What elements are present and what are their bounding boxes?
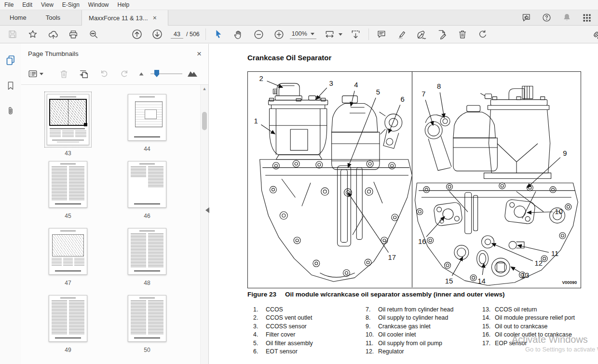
- thumbnail-page-50[interactable]: 50: [108, 293, 187, 360]
- figure-caption-label: Figure 23: [247, 291, 276, 298]
- bookmarks-rail-button[interactable]: [5, 81, 16, 93]
- tab-home[interactable]: Home: [0, 10, 36, 25]
- thumbnail-list: 4344454647484950: [21, 85, 200, 364]
- collapse-panel-handle[interactable]: [205, 207, 209, 213]
- thumbnail-page-43[interactable]: 43: [28, 92, 108, 159]
- page-edit-icon: [436, 29, 448, 40]
- acrobat-window: FileEditViewE-SignWindowHelp Home Tools …: [0, 0, 598, 364]
- rotate-right-button[interactable]: [118, 67, 131, 81]
- fill-sign-button[interactable]: [435, 27, 449, 41]
- menu-edit[interactable]: Edit: [18, 1, 37, 8]
- left-view-bolts: [270, 161, 398, 276]
- menu-file[interactable]: File: [0, 1, 18, 8]
- callout-line-14: [482, 263, 484, 275]
- zoom-level-value: 100%: [292, 30, 307, 37]
- legend-item: 6.EOT sensor: [253, 348, 366, 356]
- fit-width-button[interactable]: [323, 27, 337, 41]
- callout-number-16: 16: [418, 238, 426, 245]
- menu-help[interactable]: Help: [113, 1, 134, 8]
- delete-thumbnail-button[interactable]: [57, 67, 70, 81]
- help-icon: [542, 13, 552, 23]
- insert-page-button[interactable]: [77, 67, 91, 81]
- minus-circle-icon: [253, 29, 264, 40]
- apps-grid-icon: [582, 13, 592, 23]
- trash-icon: [59, 69, 69, 79]
- tab-tools[interactable]: Tools: [36, 10, 70, 25]
- callout-line-12: [491, 243, 532, 261]
- thumbnail-page-44[interactable]: 44: [108, 92, 187, 159]
- slider-thumb[interactable]: [154, 70, 159, 77]
- page-number-input[interactable]: [171, 30, 183, 39]
- page-thumbnails-rail-button[interactable]: [5, 54, 16, 68]
- zoom-level-dropdown[interactable]: 100%: [290, 29, 316, 39]
- print-button[interactable]: [67, 27, 80, 41]
- share-cloud-button[interactable]: [46, 27, 60, 41]
- thumbnail-preview[interactable]: [49, 295, 87, 342]
- help-button[interactable]: [541, 13, 552, 23]
- thumbnails-scrollbar[interactable]: ▲: [200, 85, 208, 364]
- save-button[interactable]: [6, 27, 19, 41]
- callout-number-9: 9: [563, 149, 567, 157]
- zoom-in-mountain-icon: [187, 69, 198, 78]
- thumbnail-preview[interactable]: [49, 161, 87, 208]
- callout-line-5: [348, 98, 376, 168]
- thumbnail-page-49[interactable]: 49: [28, 293, 108, 360]
- tab-document[interactable]: MaxxForce 11 & 13... ×: [82, 10, 168, 26]
- print-icon: [68, 29, 79, 40]
- scrollbar-thumb[interactable]: [202, 112, 207, 130]
- next-page-button[interactable]: [150, 27, 164, 41]
- thumbnail-page-47[interactable]: 47: [28, 226, 108, 293]
- close-tab-icon[interactable]: ×: [153, 14, 157, 21]
- select-tool-button[interactable]: [212, 27, 225, 41]
- rotate-button[interactable]: [476, 27, 489, 41]
- callout-line-10: [527, 212, 553, 213]
- thumbnail-preview[interactable]: [128, 295, 166, 342]
- thumbnail-page-48[interactable]: 48: [108, 226, 187, 293]
- page-total-label: / 506: [186, 31, 200, 38]
- tab-bar: Home Tools MaxxForce 11 & 13... ×: [0, 10, 598, 26]
- apps-menu-button[interactable]: [582, 13, 592, 23]
- legend-item: 1.CCOS: [253, 306, 366, 314]
- chevron-down-icon[interactable]: [339, 33, 342, 36]
- thumbnail-page-46[interactable]: 46: [108, 159, 187, 226]
- close-panel-icon[interactable]: ×: [197, 50, 202, 58]
- cloud-upload-icon: [48, 29, 59, 40]
- thumbnail-size-slider[interactable]: [150, 73, 182, 74]
- sign-button[interactable]: [415, 27, 429, 41]
- thumbnail-preview[interactable]: [128, 94, 166, 141]
- menu-window[interactable]: Window: [84, 1, 113, 8]
- share-link-button[interactable]: [589, 27, 598, 41]
- page-scrolling-button[interactable]: [349, 27, 363, 41]
- menu-view[interactable]: View: [37, 1, 58, 8]
- thumbnail-options-button[interactable]: [27, 67, 43, 81]
- scroll-up-icon[interactable]: ▲: [202, 87, 207, 91]
- thumbnail-preview[interactable]: [49, 228, 87, 275]
- highlight-button[interactable]: [395, 27, 408, 41]
- notifications-button[interactable]: [561, 13, 572, 23]
- search-button[interactable]: [87, 27, 100, 41]
- thumbnails-panel: Page Thumbnails ×: [21, 44, 209, 364]
- panel-title: Page Thumbnails: [28, 50, 79, 57]
- pages-icon: [5, 54, 16, 66]
- section-heading: Crankcase Oil Separator: [247, 54, 331, 62]
- thumbnail-preview[interactable]: [128, 228, 166, 275]
- callout-number-8: 8: [437, 82, 441, 90]
- zoom-out-button[interactable]: [252, 27, 266, 41]
- rotate-left-button[interactable]: [97, 67, 111, 81]
- hand-tool-button[interactable]: [232, 27, 245, 41]
- previous-page-button[interactable]: [130, 27, 144, 41]
- attachments-rail-button[interactable]: [5, 106, 16, 118]
- thumbnail-preview[interactable]: [47, 94, 89, 145]
- callout-line-1: [261, 125, 275, 135]
- star-button[interactable]: [26, 27, 40, 41]
- menu-esign[interactable]: E-Sign: [58, 1, 84, 8]
- legend-item: 9.Crankcase gas inlet: [366, 323, 482, 331]
- feedback-button[interactable]: [521, 13, 531, 23]
- star-icon: [27, 29, 38, 40]
- delete-pages-button[interactable]: [456, 27, 469, 41]
- comment-button[interactable]: [375, 27, 388, 41]
- zoom-in-button[interactable]: [272, 27, 286, 41]
- thumbnail-preview[interactable]: [128, 161, 166, 208]
- callout-line-7: [425, 100, 433, 125]
- thumbnail-page-45[interactable]: 45: [28, 159, 108, 226]
